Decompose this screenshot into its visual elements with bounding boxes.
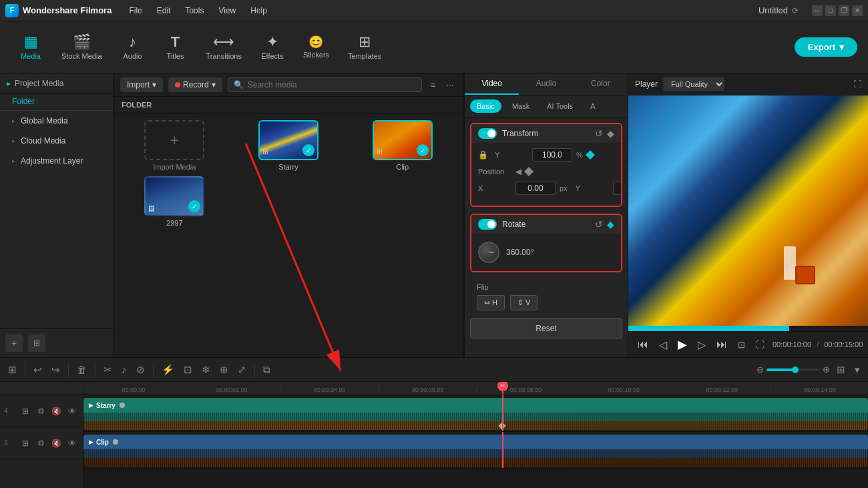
list-item[interactable]: 🖼 ✓ 2997 <box>120 176 229 227</box>
scale-y-input[interactable] <box>532 148 572 162</box>
zoom-in-icon[interactable]: ⊕ <box>823 364 830 375</box>
tab-video[interactable]: Video <box>465 73 519 95</box>
tool-templates[interactable]: ⊞ Templates <box>340 31 389 64</box>
track3-eye-btn[interactable]: 👁 <box>66 437 79 450</box>
list-item[interactable]: ⊞ ✓ Clip <box>348 120 457 171</box>
add-folder-btn[interactable]: + <box>5 334 23 352</box>
tool-effects[interactable]: ✦ Effects <box>252 31 292 64</box>
tool-audio[interactable]: ♪ Audio <box>113 31 153 64</box>
transform-reset-icon[interactable]: ↺ <box>595 128 603 139</box>
subtab-basic[interactable]: Basic <box>470 99 501 113</box>
more-button[interactable]: ··· <box>443 78 457 91</box>
tl-transform-btn[interactable]: ⤢ <box>235 362 249 377</box>
track-mute-btn[interactable]: 🔇 <box>50 405 63 418</box>
menu-view[interactable]: View <box>212 3 242 18</box>
menu-file[interactable]: File <box>122 3 148 18</box>
starry-thumb[interactable]: ⊞ ✓ <box>258 120 318 160</box>
zoom-out-icon[interactable]: ⊖ <box>756 364 764 375</box>
pos-y-input[interactable] <box>613 182 622 195</box>
track3-settings-btn[interactable]: ⚙ <box>35 437 48 450</box>
win-close[interactable]: ✕ <box>852 5 863 16</box>
tab-color[interactable]: Color <box>574 73 628 95</box>
tool-media[interactable]: ▦ Media <box>11 31 51 64</box>
rotate-keyframe-active[interactable]: ◆ <box>607 219 614 230</box>
frame-back-button[interactable]: ◁ <box>656 337 670 352</box>
win-minimize[interactable]: — <box>812 5 823 16</box>
rotate-toggle[interactable] <box>478 219 497 230</box>
flip-h-button[interactable]: ⇔ H <box>477 295 505 310</box>
import-placeholder[interactable]: + <box>144 120 204 160</box>
rotate-section: Rotate ↺ ◆ 360.00° <box>470 214 622 272</box>
flip-v-button[interactable]: ⇕ V <box>510 295 537 310</box>
tl-redo-btn[interactable]: ↪ <box>49 362 63 377</box>
subtab-a[interactable]: A <box>584 99 602 113</box>
tl-freeze-btn[interactable]: ❄ <box>199 362 213 377</box>
starry-clip[interactable]: ▶ Starry <box>83 398 868 430</box>
pos-x-input[interactable] <box>515 182 556 195</box>
menu-edit[interactable]: Edit <box>150 3 178 18</box>
lock-icon[interactable]: 🔒 <box>478 150 488 160</box>
skip-forward-button[interactable]: ⏭ <box>714 337 730 352</box>
tool-stock-media[interactable]: 🎬 Stock Media <box>53 31 110 64</box>
progress-track[interactable] <box>628 326 868 331</box>
list-item[interactable]: ⊞ ✓ Starry <box>234 120 343 171</box>
tl-crop-btn[interactable]: ⊡ <box>181 362 195 377</box>
sidebar-item-adjustment-layer[interactable]: ▸ Adjustment Layer <box>3 152 110 170</box>
frame-forward-button[interactable]: ▷ <box>695 337 708 352</box>
tl-speed-btn[interactable]: ⚡ <box>159 362 177 377</box>
export-button[interactable]: Export ▾ <box>795 37 857 57</box>
transform-toggle[interactable] <box>478 128 497 139</box>
rotate-knob[interactable] <box>478 242 499 263</box>
menu-help[interactable]: Help <box>244 3 274 18</box>
player-expand-icon[interactable]: ⛶ <box>853 79 861 89</box>
menu-tools[interactable]: Tools <box>178 3 210 18</box>
win-maximize[interactable]: □ <box>825 5 836 16</box>
tl-pic-btn[interactable]: ⧉ <box>260 362 273 377</box>
position-keyframe[interactable] <box>524 167 533 176</box>
tool-stickers[interactable]: 😊 Stickers <box>295 32 337 63</box>
tool-titles[interactable]: T Titles <box>156 31 196 64</box>
track-add-btn[interactable]: ⊞ <box>19 405 32 418</box>
play-button[interactable]: ▶ <box>675 336 690 353</box>
search-input[interactable] <box>248 80 416 89</box>
track-settings-btn[interactable]: ⚙ <box>35 405 48 418</box>
scale-keyframe[interactable] <box>586 150 595 160</box>
sidebar-item-folder[interactable]: Folder <box>0 94 113 111</box>
list-item[interactable]: + Import Media <box>120 120 229 171</box>
track-eye-btn[interactable]: 👁 <box>66 405 79 418</box>
import-button[interactable]: Import ▾ <box>120 77 163 92</box>
sidebar-item-global-media[interactable]: ▸ Global Media <box>3 111 110 130</box>
add-subfolder-btn[interactable]: ⊞ <box>28 334 45 352</box>
tl-split-btn[interactable]: ✂ <box>101 362 115 377</box>
tl-delete-btn[interactable]: 🗑 <box>74 362 89 377</box>
clip-track[interactable]: ▶ Clip <box>83 435 868 467</box>
track3-mute-btn[interactable]: 🔇 <box>50 437 63 450</box>
track3-add-btn[interactable]: ⊞ <box>19 437 32 450</box>
snapshot-button[interactable]: ⊡ <box>735 338 748 351</box>
tl-audio-btn[interactable]: ♪ <box>119 362 130 377</box>
item2997-thumb[interactable]: 🖼 ✓ <box>144 176 204 216</box>
clip-thumb[interactable]: ⊞ ✓ <box>373 120 433 160</box>
tl-scene-btn[interactable]: ⊞ <box>5 362 19 377</box>
win-restore[interactable]: ❐ <box>839 5 849 16</box>
record-button[interactable]: Record ▾ <box>168 77 222 92</box>
sidebar-item-cloud-media[interactable]: ▸ Cloud Media <box>3 132 110 150</box>
tool-transitions[interactable]: ⟷ Transitions <box>198 31 250 64</box>
tl-more-btn[interactable]: ▾ <box>852 362 863 377</box>
zoom-bar[interactable] <box>767 369 820 371</box>
fullscreen-button[interactable]: ⛶ <box>753 338 767 351</box>
reset-button[interactable]: Reset <box>470 318 622 338</box>
tl-grid-btn[interactable]: ⊞ <box>834 362 848 377</box>
transform-keyframe-icon[interactable]: ◆ <box>607 128 614 139</box>
quality-select[interactable]: Full Quality <box>663 77 724 91</box>
subtab-mask[interactable]: Mask <box>505 99 536 113</box>
skip-back-button[interactable]: ⏮ <box>635 337 651 352</box>
tl-detach-btn[interactable]: ⊘ <box>134 362 148 377</box>
tl-snap-btn[interactable]: ⊕ <box>217 362 231 377</box>
transform-body: 🔒 Y % Position ◀ X p <box>471 143 621 206</box>
tab-audio[interactable]: Audio <box>519 73 573 95</box>
tl-undo-btn[interactable]: ↩ <box>31 362 45 377</box>
filter-button[interactable]: ≡ <box>427 78 438 91</box>
rotate-reset-icon[interactable]: ↺ <box>595 219 603 230</box>
subtab-ai-tools[interactable]: AI Tools <box>540 99 580 113</box>
